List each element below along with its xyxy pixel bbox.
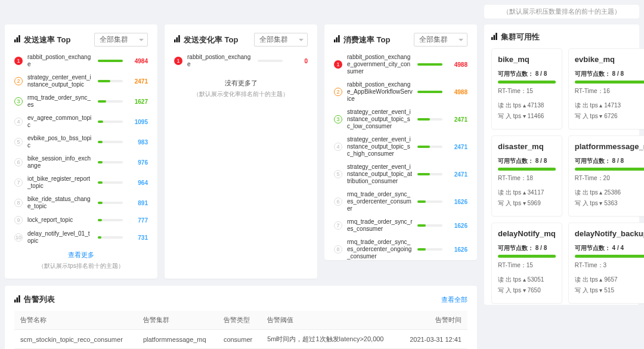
progress-bar (575, 81, 644, 84)
svg-rect-7 (336, 38, 338, 42)
cluster-card[interactable]: disaster_mq可用节点数： 8 / 8RT-Time：18读 出 tps… (491, 135, 562, 217)
rank-bar (417, 91, 442, 93)
rank-bar (98, 100, 123, 103)
rank-bar (258, 60, 283, 62)
rank-bar (98, 181, 123, 184)
rank-name: rabbit_postion_exchange_AppBikeWorkflowS… (347, 81, 413, 103)
rank-item[interactable]: 5evbike_pos_to_bss_topic983 (14, 135, 148, 149)
svg-rect-13 (494, 35, 495, 39)
rank-value: 976 (128, 159, 148, 166)
panel-alarm-list: 告警列表 查看全部 告警名称 告警集群 告警类型 告警阈值 告警时间 scm_s… (5, 286, 477, 349)
rank-badge: 7 (14, 178, 23, 187)
cell-alarm-type: consumer (218, 330, 261, 349)
table-row[interactable]: scm_stockin_topic_reco_consumerplatformm… (14, 330, 467, 349)
bar-chart-icon (14, 35, 21, 44)
progress-bar (575, 168, 644, 171)
cell-alarm-time: 2021-03-31 12:41 (399, 330, 467, 349)
rank-badge: 1 (334, 60, 342, 69)
rank-item[interactable]: 2rabbit_postion_exchange_AppBikeWorkflow… (334, 81, 467, 103)
bar-chart-icon (174, 35, 181, 44)
rank-bar (417, 173, 442, 175)
rank-name: rmq_trade_order_sync_res_consumer (347, 218, 413, 233)
rank-badge: 5 (14, 138, 23, 146)
rank-name: ev_agree_common_topic (27, 115, 93, 129)
cluster-dropdown[interactable]: 全部集群 (94, 33, 148, 47)
rank-item[interactable]: 4ev_agree_common_topic1095 (14, 115, 148, 129)
col-alarm-time: 告警时间 (399, 311, 467, 330)
svg-rect-4 (177, 38, 178, 42)
rank-name: rabbit_postion_exchange_government_city_… (347, 54, 413, 75)
cluster-card[interactable]: evbike_mq可用节点数： 8 / 8RT-Time：16读 出 tps ▴… (568, 48, 644, 129)
rank-name: lock_report_topic (27, 217, 93, 224)
link-view-all-alarm[interactable]: 查看全部 (441, 295, 467, 304)
rank-item[interactable]: 2strategy_center_event_instance_output_t… (14, 74, 148, 88)
cluster-nodes: 可用节点数： 8 / 8 (498, 157, 556, 165)
svg-rect-11 (18, 295, 20, 302)
cluster-rt: RT-Time：3 (575, 261, 644, 270)
panel-consume-rate: 消费速率 Top 全部集群 1rabbit_postion_exchange_g… (324, 24, 477, 260)
rank-item[interactable]: 7rmq_trade_order_sync_res_consumer1626 (334, 218, 467, 233)
rank-bar (98, 161, 123, 163)
cluster-read-tps: 读 出 tps ▴ 14713 (575, 101, 644, 110)
panel-title-consume-rate: 消费速率 Top (334, 35, 390, 45)
rank-badge: 2 (334, 88, 342, 96)
cluster-dropdown[interactable]: 全部集群 (254, 33, 308, 47)
rank-item[interactable]: 10delay_notify_level_01_topic731 (14, 230, 148, 245)
cluster-card[interactable]: bike_mq可用节点数： 8 / 8RT-Time：15读 出 tps ▴ 4… (491, 48, 562, 129)
hint-text: （默认展示变化率排名前十的主题） (174, 90, 308, 98)
cluster-write-tps: 写 入 tps ▾ 11466 (498, 112, 556, 121)
rank-badge: 5 (334, 170, 342, 178)
rank-badge: 1 (14, 57, 23, 65)
rank-bar (417, 224, 442, 227)
svg-rect-12 (491, 37, 493, 40)
rank-value: 964 (128, 180, 148, 186)
rank-item[interactable]: 7iot_bike_register_report_topic964 (14, 175, 148, 190)
cell-alarm-name: scm_stockin_topic_reco_consumer (14, 330, 137, 349)
rank-bar (98, 219, 123, 221)
panel-change-rate: 发送变化率 Top 全部集群 1rabbit_postion_exchange0… (165, 24, 317, 279)
rank-item[interactable]: 6rmq_trade_order_sync_es_ordercenter_con… (334, 191, 467, 212)
rank-badge: 4 (334, 143, 342, 151)
rank-item[interactable]: 9lock_report_topic777 (14, 216, 148, 224)
alarm-table: 告警名称 告警集群 告警类型 告警阈值 告警时间 scm_stockin_top… (14, 311, 467, 349)
rank-item[interactable]: 1rabbit_postion_exchange0 (174, 54, 308, 68)
rank-name: rmq_trade_order_sync_es_ordercenter_ongo… (347, 239, 413, 260)
cluster-card[interactable]: delayNotify_backup_mq可用节点数： 4 / 4RT-Time… (568, 223, 644, 304)
cluster-card[interactable]: delayNotify_mq可用节点数： 8 / 8RT-Time：15读 出 … (491, 223, 562, 304)
bar-chart-icon (491, 33, 499, 42)
rank-item[interactable]: 8rmq_trade_order_sync_es_ordercenter_ong… (334, 239, 467, 260)
cluster-card[interactable]: platformmessage_mq可用节点数： 8 / 8RT-Time：20… (568, 135, 644, 217)
panel-title-alarm: 告警列表 (14, 294, 55, 305)
cluster-read-tps: 读 出 tps ▴ 47138 (498, 101, 556, 110)
rank-value: 4988 (447, 89, 467, 95)
rank-item[interactable]: 1rabbit_postion_exchange4984 (14, 54, 148, 68)
rank-item[interactable]: 6bike_session_info_exchange976 (14, 155, 148, 169)
rank-badge: 7 (334, 221, 342, 230)
rank-item[interactable]: 1rabbit_postion_exchange_government_city… (334, 54, 467, 75)
rank-value: 983 (128, 139, 148, 146)
cluster-name: platformmessage_mq (575, 142, 644, 151)
rank-badge: 9 (14, 216, 23, 224)
rank-value: 1627 (128, 98, 148, 105)
rank-item[interactable]: 8bike_ride_status_change_topic891 (14, 196, 148, 210)
rank-bar (98, 236, 123, 239)
rank-badge: 8 (14, 199, 23, 207)
rank-badge: 6 (334, 197, 342, 206)
link-view-more[interactable]: 查看更多 (14, 251, 148, 260)
rank-value: 4988 (447, 61, 467, 68)
svg-rect-10 (17, 297, 18, 302)
rank-item[interactable]: 5strategy_center_event_instance_output_t… (334, 163, 467, 185)
svg-rect-8 (338, 35, 339, 42)
rank-bar (98, 141, 123, 143)
rank-item[interactable]: 4strategy_center_event_instance_output_t… (334, 136, 467, 157)
rank-value: 1626 (447, 246, 467, 253)
cluster-write-tps: 写 入 tps ▾ 6726 (575, 112, 644, 121)
cluster-dropdown[interactable]: 全部集群 (414, 33, 467, 47)
rank-item[interactable]: 3strategy_center_event_instance_output_t… (334, 109, 467, 130)
rank-bar (417, 63, 442, 66)
rank-item[interactable]: 3rmq_trade_order_sync_es1627 (14, 94, 148, 109)
svg-rect-14 (496, 33, 497, 40)
rank-name: rmq_trade_order_sync_es (27, 94, 93, 109)
rank-value: 1095 (128, 119, 148, 125)
rank-bar (98, 80, 123, 82)
